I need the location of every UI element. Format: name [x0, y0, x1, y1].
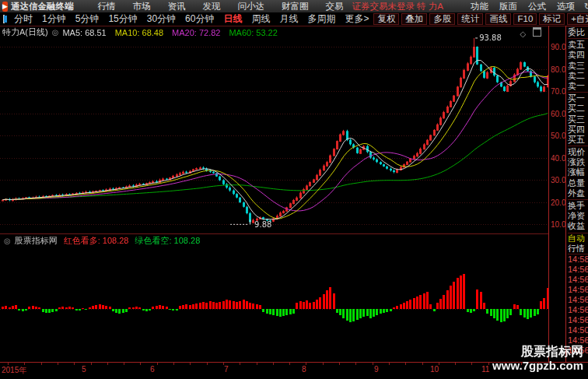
indicator-name: 股票指标网	[15, 235, 58, 247]
menu-item-资讯[interactable]: 资讯	[167, 1, 185, 12]
x-axis-tick	[306, 363, 306, 365]
indicator-bear-value: 绿色看空: 108.28	[135, 235, 201, 247]
right-menu: 功能版面公式选项	[465, 1, 580, 12]
quote-group: 卖五卖四卖三卖二卖一	[568, 39, 588, 93]
menu-item-交易[interactable]: 交易	[325, 1, 343, 12]
x-axis-tick	[257, 363, 257, 365]
quote-group: 换手净资收益	[568, 200, 588, 233]
tick-time: 14:50	[568, 325, 588, 335]
split-window-icon[interactable]	[3, 15, 5, 23]
menu-item-问小达[interactable]: 问小达	[237, 1, 264, 12]
tick-time: 14:56	[568, 315, 588, 325]
ma-value-0: MA5: 68.51	[62, 28, 106, 37]
indicator-circle-icon[interactable]: ◎	[4, 237, 11, 245]
refresh-icon[interactable]: ↻	[584, 2, 588, 12]
x-axis-tick	[273, 363, 274, 365]
quote-auto-label[interactable]: 自动	[568, 233, 588, 244]
x-axis-label: 6	[150, 365, 155, 374]
quote-row-卖一: 卖一	[568, 81, 588, 91]
quote-group: 买一买二买三买四买五	[568, 93, 588, 146]
ma-value-3: MA60: 53.22	[229, 28, 277, 37]
diamond-icon[interactable]: ◇	[520, 30, 527, 38]
x-axis-tick	[223, 363, 224, 365]
tool-button-叠加[interactable]: 叠加	[401, 13, 427, 25]
tool-button-统计[interactable]: 统计	[457, 13, 483, 25]
watermark-url: www.7gpzb.com	[436, 359, 583, 373]
x-axis-tick	[41, 363, 42, 365]
x-axis-tick	[107, 363, 108, 365]
period-tab-分时[interactable]: 分时	[14, 12, 33, 26]
quote-hq-label[interactable]: 行情	[568, 244, 588, 254]
ma-legend: MA5: 68.51MA10: 68.48MA20: 72.82MA60: 53…	[62, 28, 285, 37]
tool-button-多股[interactable]: 多股	[429, 13, 455, 25]
period-toolbar: 分时1分钟5分钟15分钟30分钟60分钟日线周线月线多周期更多> 复权叠加多股统…	[0, 12, 588, 26]
period-tab-更多>[interactable]: 更多>	[345, 12, 369, 26]
quote-row-买二: 买二	[568, 104, 588, 114]
tick-time: 14:58	[568, 254, 588, 265]
x-axis-tick	[422, 363, 423, 365]
chart-right-border	[548, 26, 549, 362]
period-tab-日线[interactable]: 日线	[223, 12, 242, 26]
menu-item-选项[interactable]: 选项	[557, 1, 575, 12]
x-axis-tick	[339, 363, 340, 365]
quote-row-净资: 净资	[568, 211, 588, 221]
quote-row-换手: 换手	[568, 201, 588, 211]
chart-header: 特力A(日线) ◎ MA5: 68.51MA10: 68.48MA20: 72.…	[0, 26, 548, 39]
indicator-bull-value: 红色看多: 108.28	[64, 235, 129, 247]
tool-button-画线[interactable]: 画线	[485, 13, 511, 25]
menu-item-公式[interactable]: 公式	[528, 1, 546, 12]
menu-item-市场[interactable]: 市场	[132, 1, 150, 12]
quote-row-买三: 买三	[568, 114, 588, 125]
quote-row-卖三: 卖三	[568, 61, 588, 71]
watermark-site-name: 股票指标网	[436, 345, 583, 359]
period-tab-60分钟[interactable]: 60分钟	[185, 12, 214, 26]
main-chart-canvas[interactable]	[0, 31, 548, 233]
x-axis-tick	[173, 363, 174, 365]
quote-row-总量: 总量	[568, 178, 588, 188]
x-axis-label: 8	[302, 365, 306, 374]
chart-tool-buttons: 复权叠加多股统计画线F10标记+自选返回	[373, 13, 588, 25]
tick-time: 14:56	[568, 285, 588, 295]
x-axis-tick	[24, 363, 25, 365]
period-tab-月线[interactable]: 月线	[279, 12, 298, 26]
tick-time: 14:56	[568, 305, 588, 315]
quote-row-卖五: 卖五	[568, 40, 588, 50]
quote-group: 委比	[568, 26, 588, 39]
tool-button-+自选[interactable]: +自选	[567, 13, 588, 25]
x-axis-tick	[74, 363, 75, 365]
period-tab-多周期[interactable]: 多周期	[307, 12, 335, 26]
quote-row-卖二: 卖二	[568, 71, 588, 81]
period-tab-1分钟[interactable]: 1分钟	[42, 12, 66, 26]
quote-row-涨幅: 涨幅	[568, 167, 588, 177]
menu-item-财富圈[interactable]: 财富圈	[282, 1, 309, 12]
watermark: 股票指标网 www.7gpzb.com	[436, 345, 583, 373]
period-tab-周线[interactable]: 周线	[251, 12, 270, 26]
tool-button-标记[interactable]: 标记	[539, 13, 565, 25]
x-axis-tick	[91, 363, 92, 365]
app-logo-icon[interactable]: ▶	[2, 2, 8, 12]
menu-item-发现[interactable]: 发现	[202, 1, 220, 12]
quote-row-委比: 委比	[568, 27, 588, 37]
quote-row-买五: 买五	[568, 135, 588, 145]
x-axis-tick	[405, 363, 406, 365]
stock-title: 特力A(日线)	[2, 26, 48, 38]
menu-item-版面[interactable]: 版面	[499, 1, 517, 12]
x-axis-tick	[140, 363, 141, 365]
menu-item-功能[interactable]: 功能	[471, 1, 488, 12]
stockpool-circle-icon[interactable]: ◎	[52, 28, 59, 37]
quote-row-卖四: 卖四	[568, 50, 588, 60]
tool-button-复权[interactable]: 复权	[373, 13, 399, 25]
tool-button-F10[interactable]: F10	[513, 13, 537, 25]
ma-value-1: MA10: 68.48	[115, 28, 163, 37]
period-tab-5分钟[interactable]: 5分钟	[75, 12, 100, 26]
indicator-canvas[interactable]	[0, 246, 548, 361]
window-mode-icon[interactable]	[533, 27, 541, 37]
x-axis-tick	[240, 363, 240, 365]
quote-row-涨跌: 涨跌	[568, 157, 588, 167]
period-tab-30分钟[interactable]: 30分钟	[147, 12, 176, 26]
menu-item-行情[interactable]: 行情	[97, 1, 115, 12]
tick-time: 14:56	[568, 295, 588, 305]
quote-row-收益: 收益	[568, 221, 588, 231]
period-tab-15分钟[interactable]: 15分钟	[108, 12, 137, 26]
title-menu-bar: ▶ 通达信金融终端 行情市场资讯发现问小达财富圈交易 证券交易未登录 特 力A …	[0, 0, 588, 12]
